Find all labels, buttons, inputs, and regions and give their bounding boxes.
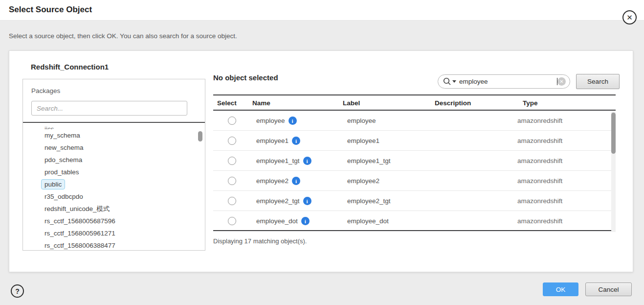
cell-name: employee2_tgt i	[256, 197, 311, 205]
info-icon[interactable]: i	[303, 197, 311, 205]
cell-label: employee1	[347, 137, 379, 144]
search-icon[interactable]	[443, 77, 456, 86]
help-icon[interactable]: ?	[11, 284, 24, 298]
table-footer-status: Displaying 17 matching object(s).	[213, 237, 307, 245]
package-label: prod_tables	[44, 168, 79, 176]
package-search-input[interactable]	[31, 101, 187, 116]
object-name: employee1	[256, 137, 289, 144]
table-row[interactable]: employee1_tgt i employee1_tgt amazonreds…	[213, 151, 616, 171]
package-label: r35_odbcpdo	[44, 193, 83, 200]
object-name: employee2	[256, 177, 289, 185]
cell-type: amazonredshift	[517, 217, 562, 225]
info-icon[interactable]: i	[292, 177, 300, 185]
table-scrollbar[interactable]	[611, 113, 616, 154]
magnifier-icon	[443, 77, 451, 86]
package-list-item[interactable]: my_schema	[23, 129, 205, 141]
package-list-item[interactable]: rs_cctf_1568005961271	[23, 227, 205, 239]
select-radio[interactable]	[228, 217, 236, 225]
cell-type: amazonredshift	[517, 177, 562, 185]
cell-type: amazonredshift	[517, 157, 562, 164]
cell-label: employee1_tgt	[347, 157, 391, 164]
cell-type: amazonredshift	[517, 117, 562, 124]
package-list-item[interactable]: pdo_schema	[23, 154, 205, 166]
packages-panel: Packages iics my_schema new_schema pdo_s…	[22, 79, 205, 251]
dialog-title: Select Source Object	[9, 5, 92, 15]
package-list-item[interactable]: public	[23, 178, 205, 190]
packages-scrollbar[interactable]	[198, 131, 202, 141]
object-rows: employee i employee amazonredshift emplo…	[213, 111, 616, 231]
select-radio[interactable]	[228, 117, 236, 125]
object-search-input[interactable]	[459, 78, 558, 85]
cell-name: employee2 i	[256, 177, 300, 185]
object-name: employee_dot	[256, 217, 298, 225]
object-name: employee	[256, 117, 285, 124]
package-label: rs_cctf_1568005687596	[44, 217, 115, 225]
dialog-titlebar: Select Source Object	[0, 0, 644, 21]
cell-type: amazonredshift	[517, 197, 562, 205]
object-name: employee2_tgt	[256, 197, 300, 205]
cell-name: employee1 i	[256, 137, 300, 145]
package-label: rs_cctf_1568006388477	[44, 242, 115, 249]
cell-label: employee	[347, 117, 376, 124]
clear-search-icon[interactable]: ✕	[557, 77, 566, 86]
object-table: Select Name Label Description Type emplo…	[213, 94, 616, 231]
close-icon[interactable]: ✕	[622, 10, 637, 24]
info-icon[interactable]: i	[289, 117, 297, 125]
object-table-header: Select Name Label Description Type	[213, 94, 616, 111]
package-list-item[interactable]: prod_tables	[23, 166, 205, 178]
package-label: iics	[44, 123, 54, 129]
select-radio[interactable]	[228, 177, 236, 185]
column-header-description: Description	[435, 99, 471, 107]
object-name: employee1_tgt	[256, 157, 300, 164]
package-list: iics my_schema new_schema pdo_schema pro…	[23, 123, 205, 250]
cell-label: employee_dot	[347, 217, 389, 225]
package-label: redshift_unicode_模式	[44, 205, 110, 212]
table-row[interactable]: employee i employee amazonredshift	[213, 111, 616, 131]
package-label: rs_cctf_1568005961271	[44, 230, 115, 237]
cell-name: employee i	[256, 117, 297, 125]
dialog-instruction: Select a source object, then click OK. Y…	[9, 32, 237, 40]
package-list-item[interactable]: rs_cctf_1568005687596	[23, 215, 205, 227]
package-label: pdo_schema	[44, 156, 82, 164]
select-radio[interactable]	[228, 197, 236, 205]
table-row[interactable]: employee1 i employee1 amazonredshift	[213, 131, 616, 151]
table-row[interactable]: employee2 i employee2 amazonredshift	[213, 171, 616, 191]
connection-name: Redshift_Connection1	[31, 63, 109, 71]
cell-type: amazonredshift	[517, 137, 562, 144]
package-list-item[interactable]: iics	[23, 123, 205, 129]
search-dropdown-icon[interactable]	[452, 80, 456, 83]
cell-name: employee_dot i	[256, 217, 310, 225]
table-row[interactable]: employee2_tgt i employee2_tgt amazonreds…	[213, 191, 616, 211]
column-header-type: Type	[523, 99, 538, 107]
table-row[interactable]: employee_dot i employee_dot amazonredshi…	[213, 211, 616, 231]
cell-name: employee1_tgt i	[256, 157, 311, 165]
package-list-item[interactable]: rs_cctf_1568006388477	[23, 239, 205, 250]
dialog-body-card: Redshift_Connection1 Packages iics my_sc…	[9, 50, 633, 272]
package-list-item[interactable]: new_schema	[23, 141, 205, 154]
info-icon[interactable]: i	[292, 137, 300, 145]
package-label: public	[41, 179, 65, 189]
package-label: new_schema	[44, 144, 84, 151]
package-label: my_schema	[44, 132, 80, 139]
object-search-box: ✕	[438, 74, 570, 89]
column-header-select: Select	[217, 99, 237, 107]
info-icon[interactable]: i	[301, 217, 310, 225]
cell-label: employee2_tgt	[347, 197, 391, 205]
package-list-item[interactable]: redshift_unicode_模式	[23, 203, 205, 215]
packages-label: Packages	[31, 87, 60, 94]
package-list-item[interactable]: r35_odbcpdo	[23, 190, 205, 203]
selection-status: No object selected	[213, 73, 278, 82]
select-radio[interactable]	[228, 157, 236, 165]
cancel-button[interactable]: Cancel	[585, 282, 632, 296]
ok-button[interactable]: OK	[543, 282, 578, 296]
info-icon[interactable]: i	[303, 157, 311, 165]
search-button[interactable]: Search	[576, 74, 620, 89]
column-header-name: Name	[252, 99, 270, 107]
cell-label: employee2	[347, 177, 379, 185]
column-header-label: Label	[343, 99, 360, 107]
select-radio[interactable]	[228, 137, 236, 145]
